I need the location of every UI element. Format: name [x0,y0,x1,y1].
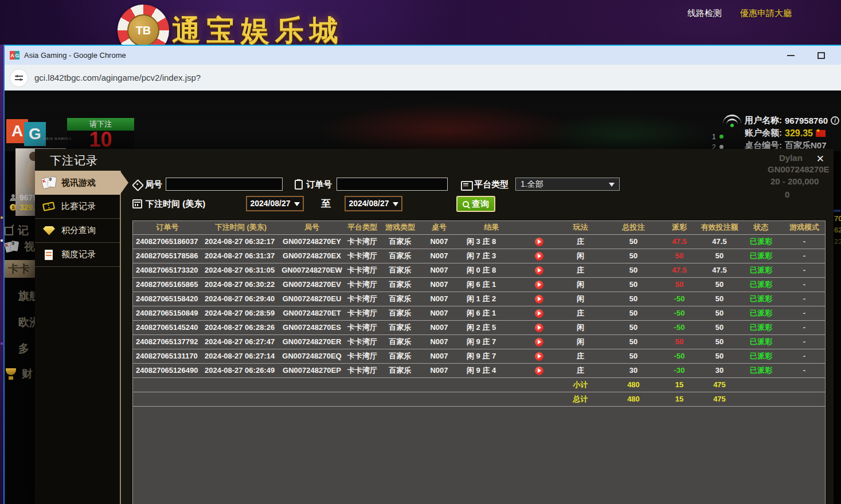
cell-payout: -50 [659,292,699,306]
username-value: 967958760 [785,116,828,125]
site-nav: 线路检测優惠申請大廳 [687,8,792,19]
china-flag-icon [816,130,826,137]
bg-nav-kaka-hall[interactable]: 卡卡 [5,260,35,278]
cell-result: 闲 9 庄 7 [459,334,525,349]
window-title-bar[interactable]: AG Asia Gaming - Google Chrome [5,46,841,65]
play-video-button[interactable] [535,324,543,332]
play-video-button[interactable] [535,238,543,246]
table-row: 2408270651584202024-08-27 06:29:40GN0072… [133,292,826,306]
table-row: 2408270651264902024-08-27 06:26:49GN0072… [133,363,826,377]
user-balance-partial: $ 329. [10,203,35,212]
road-dot-white [719,145,723,149]
cell-valid: 47.5 [699,263,740,277]
maximize-button[interactable] [817,52,825,59]
search-icon [463,201,469,207]
cell-game: 百家乐 [381,320,420,334]
cell-platform: 卡卡湾厅 [344,263,381,277]
cell-playtype: 闲 [553,292,608,306]
ghost-text: 20 - 200,000 [770,176,819,186]
tab-video-games[interactable]: K9视讯游戏 [35,171,120,195]
play-video-button[interactable] [535,295,543,304]
table-header-row: 订单号下注时间 (美东)局号平台类型游戏类型桌号结果玩法总投注派彩有效投注额状态… [133,221,826,234]
bg-nav-europe-hall[interactable]: 欧洲 [5,315,35,330]
cell-result: 闲 7 庄 3 [459,249,525,263]
column-header: 派彩 [659,221,699,234]
cell-mode: - [783,234,826,249]
cell-mode: - [783,292,826,306]
cell-bet: 50 [608,320,659,334]
nav-link-promo-hall[interactable]: 優惠申請大廳 [740,8,792,19]
cell-platform: 卡卡湾厅 [344,320,381,334]
date-to-picker[interactable]: 2024/08/27 [345,196,402,211]
total-valid: 475 [699,392,740,406]
play-video-button[interactable] [535,266,543,275]
cell-play [525,263,553,277]
money-bag-icon: $ [10,204,17,211]
cell-mode: - [783,306,826,320]
cell-time: 2024-08-27 06:28:26 [202,320,280,334]
cell-table_no: N007 [420,292,459,306]
cell-table_no: N007 [420,334,459,349]
edge-value: 62 [834,226,841,234]
bet-countdown: 10 [67,131,134,150]
cell-bet: 50 [608,306,659,320]
ghost-text: Dylan [779,153,803,163]
cell-result: 闲 9 庄 7 [459,349,525,363]
tab-match-records[interactable]: 比赛记录 [35,195,120,219]
tab-quota-records[interactable]: 额度记录 [35,243,120,267]
balance-row: 账户余额: 329.35 [745,128,826,139]
cell-status: 已派彩 [740,263,783,277]
bg-nav-video[interactable]: K9视 [5,239,35,254]
site-settings-icon[interactable] [10,69,28,86]
date-from-picker[interactable]: 2024/08/27 [246,196,304,211]
play-video-button[interactable] [535,281,543,289]
cell-time: 2024-08-27 06:27:47 [202,334,280,349]
column-header: 有效投注额 [699,221,740,234]
tab-points-query[interactable]: 积分查询 [35,219,120,243]
list-icon [461,180,471,189]
cell-time: 2024-08-27 06:29:40 [202,292,280,306]
play-video-button[interactable] [535,338,543,346]
order-label: 订单号 [295,177,332,192]
bet-records-dialog: 下注记录 ✕ DylanGN007248270E20 - 200,0000 K9… [35,149,834,504]
search-button[interactable]: 查询 [456,196,495,212]
cell-status: 已派彩 [740,292,783,306]
person-icon [10,194,17,201]
bg-nav-flagship-hall[interactable]: 旗舰 [5,289,35,304]
cell-playtype: 闲 [553,249,608,263]
column-header [525,221,553,234]
records-tbody: 2408270651860372024-08-27 06:32:17GN0072… [133,234,826,406]
play-video-button[interactable] [535,309,543,318]
cell-table_no: N007 [420,363,459,377]
column-header: 总投注 [608,221,659,234]
minimize-button[interactable] [787,55,795,56]
cell-mode: - [783,334,826,349]
window-controls [787,52,841,59]
url-text[interactable]: gci.l842tbgc.com/agingame/pcv2/index.jsp… [34,73,201,82]
round-input[interactable] [166,178,283,191]
info-icon[interactable]: i [831,116,839,125]
play-video-button[interactable] [535,352,543,361]
order-input[interactable] [337,178,448,191]
play-video-button[interactable] [535,252,543,261]
cell-round: GN007248270EQ [280,349,344,363]
bet-prompt: 请下注 [67,118,134,131]
tab-label: 额度记录 [61,249,96,260]
play-video-button[interactable] [535,367,543,375]
cell-payout: -50 [659,306,699,320]
bg-nav-caishen[interactable]: 财 [5,367,35,381]
subtotal-valid: 475 [699,377,740,392]
cell-platform: 卡卡湾厅 [344,363,381,377]
cell-playtype: 庄 [553,234,608,249]
platform-select[interactable]: 1.全部 [515,178,620,191]
bg-nav-multi-table[interactable]: 多 [5,341,35,356]
nav-link-line-check[interactable]: 线路检测 [687,8,722,19]
dialog-title: 下注记录 [50,153,98,168]
bg-nav-note[interactable]: 记 [5,223,35,238]
cell-game: 百家乐 [381,306,420,320]
close-icon[interactable]: ✕ [816,154,824,164]
edge-value: 23 [834,237,841,246]
cards-icon: K9 [5,241,19,253]
cell-game: 百家乐 [381,263,420,277]
url-bar[interactable]: gci.l842tbgc.com/agingame/pcv2/index.jsp… [5,65,841,90]
